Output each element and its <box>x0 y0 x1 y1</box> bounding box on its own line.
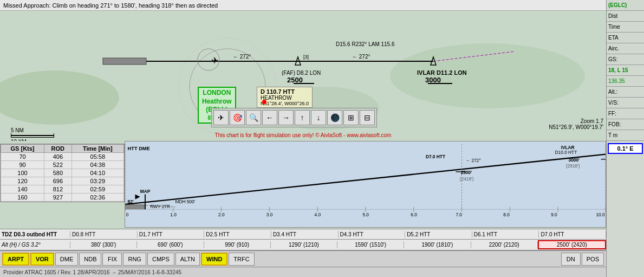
btn-arpt[interactable]: ARPT <box>2 253 29 266</box>
profile-area: 0 1.0 2.0 3.0 4.0 5.0 6.0 7.0 8.0 9.0 10… <box>125 141 606 228</box>
disclaimer: This chart is for flight simulation use … <box>215 132 392 138</box>
sidebar-eta: ETA <box>607 33 644 43</box>
tool-right[interactable]: → <box>278 110 294 125</box>
svg-text:IVLAR D11.2 LON: IVLAR D11.2 LON <box>417 69 467 76</box>
altgs-label: Alt (H) / GS 3.2° <box>0 241 70 248</box>
svg-text:7.0: 7.0 <box>456 212 462 217</box>
time-col-header: Time [Min] <box>71 145 123 153</box>
svg-text:5.0: 5.0 <box>362 212 369 217</box>
btn-vor[interactable]: VOR <box>30 253 54 266</box>
missed-approach-text: Missed Approach: Climb on heading 271° t… <box>3 2 218 9</box>
right-sidebar: (EGLC) Dist Time ETA Airc. GS: 18, L 15 … <box>606 0 644 277</box>
gs-table-row: 16092702:36 <box>1 194 124 202</box>
svg-text:D7.0 HTT: D7.0 HTT <box>426 154 445 159</box>
btn-dme[interactable]: DME <box>55 253 78 266</box>
svg-text:3000': 3000' <box>569 157 580 163</box>
profile-svg: 0 1.0 2.0 3.0 4.0 5.0 6.0 7.0 8.0 9.0 10… <box>125 141 606 227</box>
gs-table-row: 7040605:58 <box>1 153 124 161</box>
svg-text:2500': 2500' <box>461 170 472 176</box>
tool-left[interactable]: ← <box>262 110 277 125</box>
btn-trfc[interactable]: TRFC <box>229 253 254 266</box>
svg-text:D10.0 HTT: D10.0 HTT <box>555 150 577 156</box>
altgs-0: 380' (300') <box>70 241 137 248</box>
svg-text:8.0: 8.0 <box>503 212 510 217</box>
sidebar-lbl18: 18, L 15 <box>607 65 644 76</box>
svg-text:1.0: 1.0 <box>170 212 177 217</box>
label-cell-4: D3.4 HTT <box>271 231 339 238</box>
svg-text:(2418'): (2418') <box>460 176 474 182</box>
tool-down[interactable]: ↓ <box>311 110 326 125</box>
svg-point-25 <box>262 100 266 104</box>
tool-search[interactable]: 🔍 <box>246 110 261 125</box>
label-cell-2: D1.7 HTT <box>138 231 205 238</box>
tool-up[interactable]: ↑ <box>295 110 310 125</box>
status-bar: Provider ATRAC 1605 / Rev. 1 28/APR/2016… <box>0 267 606 277</box>
missed-approach-bar: Missed Approach: Climb on heading 271° t… <box>0 0 644 11</box>
svg-text:3.0: 3.0 <box>266 212 273 217</box>
chart-area: ← 272° ← 272° [3] D15.6 R232° LAM 115.6 … <box>0 11 606 141</box>
tool-target[interactable]: 🎯 <box>230 110 245 125</box>
svg-rect-53 <box>125 204 145 209</box>
svg-text:4.0: 4.0 <box>315 212 321 217</box>
label-cell-5: D4.3 HTT <box>339 231 406 238</box>
tool-plane[interactable]: ✈ <box>213 110 229 125</box>
label-cell-7: D6.1 HTT <box>472 231 539 238</box>
svg-text:2500: 2500 <box>287 76 303 84</box>
btn-pos[interactable]: POS <box>582 253 604 266</box>
btn-dn[interactable]: DN <box>561 253 581 266</box>
sidebar-time: Time <box>607 22 644 33</box>
gs-table-row: 9052204:38 <box>1 161 124 169</box>
svg-text:← 272°: ← 272° <box>466 158 481 163</box>
gs-col-header: GS [Kts] <box>1 145 44 153</box>
altgs-5: 1900' (1810') <box>404 241 471 248</box>
btn-rng[interactable]: RNG <box>123 253 146 266</box>
svg-text:HTT DME: HTT DME <box>128 146 150 151</box>
svg-text:← 272°: ← 272° <box>233 54 251 60</box>
sidebar-dist: Dist <box>607 11 644 22</box>
svg-text:2.0: 2.0 <box>218 212 225 217</box>
altgs-7: 2500' (2420) <box>538 240 606 249</box>
scale-bar: 5 NM 10 KM <box>11 127 54 141</box>
btn-fix[interactable]: FIX <box>102 253 122 266</box>
svg-text:(FAF) D8.2 LON: (FAF) D8.2 LON <box>282 70 321 76</box>
svg-text:82': 82' <box>128 199 134 204</box>
svg-text:MDH 500': MDH 500' <box>175 199 195 204</box>
btn-ndb[interactable]: NDB <box>79 253 101 266</box>
zoom-bar: Zoom 1.7 N51°26.9', W000°19.7' <box>549 118 603 130</box>
sidebar-vs: V/S: <box>607 98 644 108</box>
sidebar-egls: (EGLC) <box>607 0 644 11</box>
altgs-row: Alt (H) / GS 3.2° 380' (300') 690' (600'… <box>0 240 606 250</box>
svg-rect-22 <box>103 58 146 65</box>
altgs-1: 690' (600') <box>137 241 204 248</box>
label-cell-0: TDZ D0.3 outbnd HTT <box>0 231 70 238</box>
btn-altn[interactable]: ALTN <box>175 253 200 266</box>
btn-wind[interactable]: WIND <box>201 253 227 266</box>
svg-text:D15.6 R232° LAM 115.6: D15.6 R232° LAM 115.6 <box>336 41 395 47</box>
sidebar-fob: FOB: <box>607 119 644 130</box>
svg-text:✈: ✈ <box>211 56 218 65</box>
svg-text:[3]: [3] <box>303 54 309 60</box>
svg-text:9.0: 9.0 <box>551 212 557 217</box>
svg-text:(2918'): (2918') <box>566 163 580 169</box>
svg-text:6.0: 6.0 <box>411 212 417 217</box>
svg-text:MAP: MAP <box>140 189 151 194</box>
tool-grid-minus[interactable]: ⊟ <box>360 110 375 125</box>
gs-table-row: 12069603:29 <box>1 177 124 185</box>
btn-cmps[interactable]: CMPS <box>147 253 174 266</box>
sidebar-gs: GS: <box>607 54 644 65</box>
svg-text:0: 0 <box>126 212 129 217</box>
gs-table-row: 10058004:10 <box>1 169 124 177</box>
label-cell-8: D7.0 HTT <box>539 231 606 238</box>
tool-grid-plus[interactable]: ⊞ <box>343 110 359 125</box>
svg-text:← 272°: ← 272° <box>352 54 370 60</box>
tool-dark[interactable]: 🌑 <box>327 110 342 125</box>
sidebar-ff: FF: <box>607 108 644 119</box>
status-text: Provider ATRAC 1605 / Rev. 1 28/APR/2016… <box>3 269 181 275</box>
button-bar: ARPT VOR DME NDB FIX RNG CMPS ALTN WIND … <box>0 250 606 267</box>
gs-table-row: 14081202:59 <box>1 185 124 194</box>
gs-table: GS [Kts] ROD Time [Min] 7040605:58905220… <box>0 144 125 202</box>
altgs-2: 990' (910) <box>204 241 271 248</box>
svg-point-2 <box>390 43 585 108</box>
sidebar-input[interactable]: 0.1° E <box>608 143 643 154</box>
sidebar-lbl136: 136.35 <box>607 76 644 87</box>
